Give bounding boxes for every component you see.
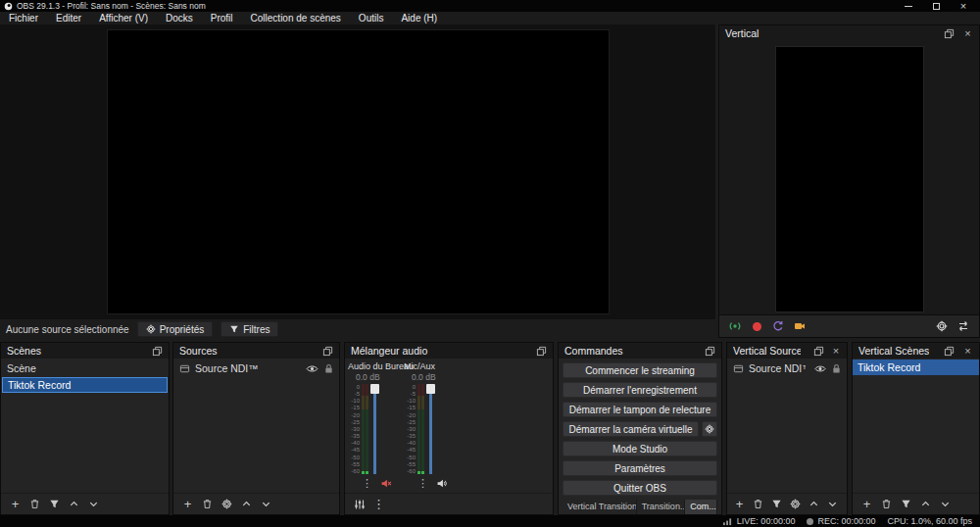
remove-source-button[interactable]: [751, 497, 765, 511]
program-canvas[interactable]: [108, 30, 609, 313]
mixer-menu-icon[interactable]: ⋮: [371, 497, 386, 511]
vertical-camera-button[interactable]: [792, 318, 808, 334]
lock-icon[interactable]: [324, 363, 333, 374]
add-scene-button[interactable]: +: [859, 497, 874, 511]
source-down-button[interactable]: [259, 497, 273, 511]
scene-up-button[interactable]: [918, 497, 933, 511]
mixer-config-icon[interactable]: [352, 497, 367, 511]
vertical-stream-button[interactable]: [727, 318, 743, 334]
scene-filters-button[interactable]: [899, 497, 913, 511]
vertical-record-button[interactable]: [749, 318, 764, 334]
popout-icon[interactable]: [321, 345, 334, 358]
quit-obs-button[interactable]: Quitter OBS: [563, 480, 717, 496]
scene-down-button[interactable]: [86, 497, 101, 511]
channel-menu-icon[interactable]: ⋮: [362, 478, 372, 489]
source-down-button[interactable]: [825, 497, 840, 511]
record-icon: [753, 322, 761, 331]
menu-scene-collection[interactable]: Collection de scènes: [242, 12, 350, 24]
source-properties-button[interactable]: [220, 497, 234, 511]
source-type-icon: [179, 363, 190, 374]
virtual-camera-config-button[interactable]: [702, 421, 717, 437]
menu-tools[interactable]: Outils: [350, 12, 393, 24]
vertical-dock-header[interactable]: Vertical ×: [719, 25, 979, 41]
status-bar: LIVE: 00:00:00 REC: 00:00:00 CPU: 1.0%, …: [0, 515, 980, 527]
minimize-button[interactable]: [904, 2, 913, 11]
visibility-eye-icon[interactable]: [306, 364, 318, 373]
add-source-button[interactable]: +: [732, 497, 747, 511]
channel-volume: 0.0 dB: [356, 372, 402, 382]
vertical-scenes-title: Vertical Scènes: [858, 345, 929, 357]
volume-slider[interactable]: [370, 384, 379, 474]
mixer-dock-header[interactable]: Mélangeur audio: [345, 343, 553, 359]
scene-down-button[interactable]: [938, 497, 953, 511]
gear-icon: [146, 324, 156, 334]
menu-view[interactable]: Afficher (V): [90, 12, 157, 24]
vertical-sources-list: Source NDI™: [727, 359, 847, 493]
tab-vertical-transition[interactable]: Vertical Transition...: [563, 500, 637, 514]
popout-icon[interactable]: [704, 345, 716, 358]
network-bars-icon: [722, 517, 733, 526]
filters-button[interactable]: Filtres: [220, 321, 278, 337]
commands-dock: Commandes Commencer le streaming Démarre…: [558, 342, 722, 515]
popout-icon[interactable]: [812, 345, 824, 358]
tab-transition[interactable]: Transition...: [637, 500, 685, 514]
vertical-canvas[interactable]: [776, 47, 923, 311]
add-scene-button[interactable]: +: [8, 497, 23, 511]
maximize-button[interactable]: [931, 2, 941, 11]
menu-edit[interactable]: Editer: [47, 12, 90, 24]
vertical-backtrack-button[interactable]: [770, 318, 786, 334]
start-virtual-camera-button[interactable]: Démarrer la caméra virtuelle: [563, 421, 699, 437]
sources-dock-header[interactable]: Sources: [173, 343, 339, 359]
vertical-swap-button[interactable]: [956, 318, 971, 334]
volume-slider[interactable]: [426, 384, 435, 474]
mute-speaker-icon[interactable]: [380, 478, 392, 489]
close-dock-icon[interactable]: ×: [830, 345, 842, 358]
source-up-button[interactable]: [239, 497, 254, 511]
start-streaming-button[interactable]: Commencer le streaming: [563, 362, 717, 378]
remove-scene-button[interactable]: [27, 497, 42, 511]
studio-mode-button[interactable]: Mode Studio: [563, 441, 717, 456]
source-item[interactable]: Source NDI™: [174, 360, 338, 376]
remove-scene-button[interactable]: [879, 497, 894, 511]
settings-button[interactable]: Paramètres: [563, 460, 717, 476]
menu-docks[interactable]: Docks: [157, 12, 202, 24]
scene-up-button[interactable]: [67, 497, 81, 511]
source-properties-button[interactable]: [788, 497, 803, 511]
channel-name: Mic/Aux: [404, 361, 458, 372]
channel-menu-icon[interactable]: ⋮: [417, 478, 428, 489]
source-item[interactable]: Source NDI™: [728, 360, 846, 376]
close-dock-icon[interactable]: ×: [961, 345, 974, 358]
tab-commands[interactable]: Com...: [685, 500, 717, 514]
start-recording-button[interactable]: Démarrer l'enregistrement: [563, 382, 717, 398]
vertical-scenes-header[interactable]: Vertical Scènes ×: [853, 343, 979, 359]
scene-item[interactable]: Scène: [2, 360, 168, 376]
source-type-icon: [733, 363, 744, 374]
close-button[interactable]: ×: [958, 2, 968, 11]
vertical-settings-button[interactable]: [934, 318, 950, 334]
popout-icon[interactable]: [535, 345, 548, 358]
commands-dock-header[interactable]: Commandes: [559, 343, 721, 359]
scene-item-selected[interactable]: Tiktok Record: [2, 377, 168, 393]
close-dock-icon[interactable]: ×: [961, 27, 974, 40]
source-up-button[interactable]: [807, 497, 821, 511]
add-source-button[interactable]: +: [180, 497, 195, 511]
visibility-eye-icon[interactable]: [814, 364, 826, 373]
properties-button[interactable]: Propriétés: [137, 321, 214, 337]
vertical-sources-header[interactable]: Vertical Sources ×: [727, 343, 847, 359]
popout-icon[interactable]: [943, 345, 956, 358]
lock-icon[interactable]: [832, 363, 841, 374]
menu-file[interactable]: Fichier: [0, 12, 47, 24]
scene-item-selected[interactable]: Tiktok Record: [853, 359, 979, 375]
popout-icon[interactable]: [943, 27, 956, 40]
commands-dock-title: Commandes: [564, 345, 623, 357]
menu-help[interactable]: Aide (H): [392, 12, 446, 24]
remove-source-button[interactable]: [200, 497, 215, 511]
scenes-dock-header[interactable]: Scènes: [1, 343, 169, 359]
speaker-icon[interactable]: [436, 478, 448, 489]
start-replay-buffer-button[interactable]: Démarrer le tampon de relecture: [563, 402, 717, 417]
popout-icon[interactable]: [151, 345, 164, 358]
menu-profile[interactable]: Profil: [202, 12, 242, 24]
scene-filters-button[interactable]: [47, 497, 62, 511]
source-filters-button[interactable]: [769, 497, 784, 511]
vertical-sources-toolbar: +: [727, 493, 847, 514]
